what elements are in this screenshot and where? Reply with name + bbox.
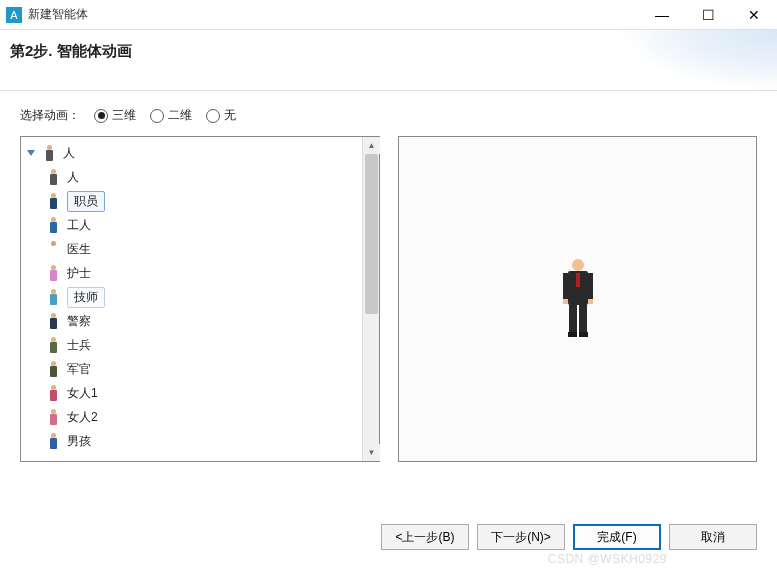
tree-item[interactable]: 女人2 (23, 405, 360, 429)
animation-select-label: 选择动画： (20, 107, 80, 124)
tree-panel: 人 人职员工人医生护士技师警察士兵军官女人1女人2男孩 ▲ ▼ (20, 136, 380, 462)
tree-item-label: 工人 (67, 217, 91, 234)
radio-icon (206, 109, 220, 123)
close-button[interactable]: ✕ (731, 0, 777, 30)
panels: 人 人职员工人医生护士技师警察士兵军官女人1女人2男孩 ▲ ▼ (20, 136, 757, 462)
radio-2d[interactable]: 二维 (150, 107, 192, 124)
person-icon (49, 408, 59, 426)
window-title: 新建智能体 (28, 6, 88, 23)
scroll-down-button[interactable]: ▼ (363, 444, 380, 461)
tree-item[interactable]: 女人1 (23, 381, 360, 405)
radio-3d[interactable]: 三维 (94, 107, 136, 124)
person-icon (49, 216, 59, 234)
header-decoration (617, 30, 777, 90)
scroll-up-button[interactable]: ▲ (363, 137, 380, 154)
person-icon (49, 192, 59, 210)
back-button[interactable]: <上一步(B) (381, 524, 469, 550)
tree-item[interactable]: 医生 (23, 237, 360, 261)
animation-select-row: 选择动画： 三维 二维 无 (20, 107, 757, 124)
tree-item[interactable]: 军官 (23, 357, 360, 381)
radio-none-label: 无 (224, 107, 236, 124)
avatar-3d-preview (560, 259, 596, 339)
person-icon (45, 144, 55, 162)
tree-item-label: 女人2 (67, 409, 98, 426)
maximize-button[interactable]: ☐ (685, 0, 731, 30)
wizard-footer: <上一步(B) 下一步(N)> 完成(F) 取消 (381, 524, 757, 550)
person-icon (49, 432, 59, 450)
tree-item[interactable]: 人 (23, 165, 360, 189)
tree-item-label: 技师 (67, 287, 105, 308)
finish-button[interactable]: 完成(F) (573, 524, 661, 550)
person-icon (49, 312, 59, 330)
radio-icon (150, 109, 164, 123)
tree-item-label: 护士 (67, 265, 91, 282)
tree-item-label: 警察 (67, 313, 91, 330)
tree-root-label: 人 (63, 145, 75, 162)
title-bar: A 新建智能体 — ☐ ✕ (0, 0, 777, 30)
person-icon (49, 168, 59, 186)
scroll-thumb[interactable] (365, 154, 378, 314)
scrollbar[interactable]: ▲ ▼ (362, 137, 379, 461)
tree-item-label: 职员 (67, 191, 105, 212)
tree-item[interactable]: 技师 (23, 285, 360, 309)
minimize-button[interactable]: — (639, 0, 685, 30)
chevron-down-icon[interactable] (27, 150, 35, 156)
next-button[interactable]: 下一步(N)> (477, 524, 565, 550)
tree-item-label: 女人1 (67, 385, 98, 402)
person-icon (49, 264, 59, 282)
cancel-button[interactable]: 取消 (669, 524, 757, 550)
watermark: CSDN @WSKH0929 (548, 552, 667, 566)
person-icon (49, 336, 59, 354)
app-icon: A (6, 7, 22, 23)
preview-panel (398, 136, 757, 462)
person-icon (49, 384, 59, 402)
wizard-header: 第2步. 智能体动画 (0, 30, 777, 90)
tree-item-label: 男孩 (67, 433, 91, 450)
radio-2d-label: 二维 (168, 107, 192, 124)
window-controls: — ☐ ✕ (639, 0, 777, 30)
content-area: 选择动画： 三维 二维 无 人 人职员工人医生护士技师警察士兵军官女人1女人2男… (0, 90, 777, 462)
radio-none[interactable]: 无 (206, 107, 236, 124)
tree-item[interactable]: 警察 (23, 309, 360, 333)
person-icon (49, 360, 59, 378)
tree-item[interactable]: 职员 (23, 189, 360, 213)
tree-item[interactable]: 男孩 (23, 429, 360, 453)
tree-item-label: 医生 (67, 241, 91, 258)
tree[interactable]: 人 人职员工人医生护士技师警察士兵军官女人1女人2男孩 (21, 137, 362, 461)
tree-root[interactable]: 人 (23, 141, 360, 165)
tree-item[interactable]: 护士 (23, 261, 360, 285)
tree-item[interactable]: 工人 (23, 213, 360, 237)
tree-item-label: 士兵 (67, 337, 91, 354)
radio-3d-label: 三维 (112, 107, 136, 124)
person-icon (49, 240, 59, 258)
tree-item-label: 军官 (67, 361, 91, 378)
tree-item[interactable]: 士兵 (23, 333, 360, 357)
radio-icon (94, 109, 108, 123)
tree-item-label: 人 (67, 169, 79, 186)
person-icon (49, 288, 59, 306)
